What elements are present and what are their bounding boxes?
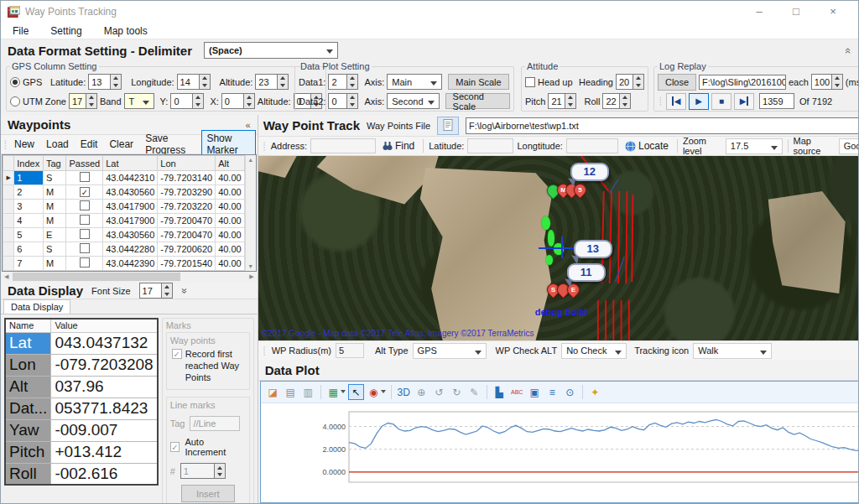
pen-icon[interactable]: ✎ (466, 384, 482, 400)
passed-checkbox[interactable]: ✓ (80, 187, 90, 197)
waypoint-bubble-11[interactable]: 11 (567, 263, 606, 282)
labels-abc-icon[interactable]: ABC (509, 384, 525, 400)
longitude-input[interactable] (566, 138, 618, 153)
tracking-icon-combobox[interactable]: Walk (693, 343, 772, 359)
print-icon[interactable]: ▥ (300, 384, 316, 400)
longitude-spinner[interactable]: 14 (177, 74, 211, 90)
magnifier-icon[interactable]: ⊙ (562, 384, 578, 400)
data-display-row[interactable]: Pitch+013.412 (5, 441, 158, 463)
toolbar-button-new[interactable]: New (10, 137, 39, 152)
passed-checkbox[interactable] (80, 229, 90, 239)
pan-icon[interactable]: ⊕ (414, 384, 430, 400)
roll-spinner[interactable]: 22 (602, 93, 631, 109)
data1-spinner[interactable]: 2 (328, 74, 358, 90)
maximize-button[interactable]: □ (778, 1, 815, 23)
tab-data-display[interactable]: Data Display (3, 299, 70, 314)
scrollbar-thumb[interactable] (13, 273, 180, 281)
latitude-input[interactable] (467, 138, 513, 153)
insert-button[interactable]: Insert (181, 485, 235, 502)
waypoints-file-path-field[interactable]: F:\log\Airborne\test\wp1.txt (466, 117, 859, 134)
latitude-spinner[interactable]: 13 (88, 74, 122, 90)
pointer-select-icon[interactable]: ↖ (348, 384, 364, 400)
zoom-window-icon[interactable]: ▣ (527, 384, 543, 400)
copy-page-icon[interactable]: ▤ (283, 384, 299, 400)
line-tag-field[interactable]: //Line (190, 416, 240, 431)
address-input[interactable] (310, 138, 376, 153)
properties-icon[interactable]: ✦ (587, 384, 603, 400)
x-spinner[interactable]: 0 (221, 93, 255, 109)
line-number-spinner[interactable]: 1 (180, 463, 226, 479)
minimize-button[interactable]: – (741, 1, 778, 23)
column-header-passed[interactable]: Passed (66, 156, 103, 171)
waypoint-row[interactable]: 4M43.0417900-79.720047040.00 (3, 214, 245, 228)
play-button[interactable]: ▶ (689, 93, 709, 110)
zone-spinner[interactable]: 17 (69, 93, 97, 109)
zoom-level-combobox[interactable]: 17.5 (726, 138, 783, 154)
legend-icon[interactable]: ≡ (544, 384, 560, 400)
head-up-checkbox[interactable] (525, 77, 535, 87)
data-plot-chart[interactable]: 4.00002.00000.0000 (309, 403, 859, 502)
collapse-up-icon[interactable]: « (842, 47, 855, 53)
toolbar-button-load[interactable]: Load (42, 137, 73, 152)
pitch-spinner[interactable]: 21 (548, 93, 576, 109)
passed-checkbox[interactable] (80, 257, 90, 268)
auto-increment-checkbox[interactable]: ✓ (170, 442, 180, 452)
collapse-left-icon[interactable]: « (246, 120, 251, 130)
frame-position-field[interactable]: 1359 (759, 93, 794, 109)
menu-setting[interactable]: Setting (50, 25, 81, 37)
toolbar-button-clear[interactable]: Clear (105, 137, 138, 152)
waypoint-row[interactable]: 7M43.0442390-79.720154040.00 (3, 257, 245, 271)
horizontal-scrollbar[interactable]: ◀▶ (3, 272, 256, 282)
skip-start-button[interactable]: ◀ (666, 93, 686, 110)
rotate-3d-icon[interactable]: 3D (396, 384, 412, 400)
passed-checkbox[interactable] (80, 200, 90, 210)
data-display-row[interactable]: Lon-079.7203208 (5, 354, 158, 376)
skip-end-button[interactable]: ▶ (734, 93, 754, 110)
column-header-lon[interactable]: Lon (158, 156, 216, 171)
data-display-row[interactable]: Lat043.0437132 (5, 332, 158, 354)
waypoint-bubble-13[interactable]: 13 (574, 240, 612, 258)
users-icon[interactable]: ◪ (265, 384, 281, 400)
axis2-combobox[interactable]: Second (387, 93, 439, 109)
interval-spinner[interactable]: 100 (811, 74, 843, 90)
map-view[interactable]: M 5 S E 12 13 11 debug build ©2017 Googl… (258, 156, 859, 340)
column-header-alt[interactable]: Alt (216, 156, 245, 171)
open-file-button[interactable] (437, 117, 459, 135)
y-spinner[interactable]: 0 (170, 93, 204, 109)
locate-button[interactable]: Locate (622, 139, 672, 153)
close-button[interactable]: × (815, 1, 851, 23)
gps-radio[interactable] (10, 77, 20, 87)
axis1-combobox[interactable]: Main (387, 74, 442, 90)
menu-file[interactable]: File (13, 25, 29, 37)
second-scale-button[interactable]: Second Scale (445, 93, 510, 109)
log-close-button[interactable]: Close (658, 74, 696, 91)
data-display-row[interactable]: Yaw-009.007 (5, 419, 158, 441)
altitude-spinner[interactable]: 23 (255, 74, 289, 90)
main-scale-button[interactable]: Main Scale (448, 74, 508, 90)
font-size-spinner[interactable]: 17 (139, 283, 173, 299)
collapse-down-icon[interactable]: « (178, 288, 190, 294)
column-header-index[interactable]: Index (14, 156, 44, 171)
rotate-cw-icon[interactable]: ↻ (449, 384, 465, 400)
log-path-field[interactable]: F:\log\Sling\20161005\ (699, 75, 786, 90)
map-source-combobox[interactable]: GoogleHybridMap (839, 138, 859, 154)
passed-checkbox[interactable] (80, 243, 90, 253)
wp-radius-field[interactable]: 5 (336, 343, 364, 358)
band-combobox[interactable]: T (124, 93, 154, 109)
passed-checkbox[interactable] (80, 172, 90, 182)
data-display-row[interactable]: Dat...053771.8423 (5, 397, 158, 419)
column-header-lat[interactable]: Lat (103, 156, 158, 171)
toolbar-button-edit[interactable]: Edit (76, 137, 102, 152)
stop-button[interactable]: ■ (711, 93, 731, 110)
wp-check-combobox[interactable]: No Check (561, 343, 627, 359)
waypoint-bubble-12[interactable]: 12 (570, 163, 609, 181)
column-header-tag[interactable]: Tag (43, 156, 66, 171)
data-display-row[interactable]: Alt037.96 (5, 376, 158, 397)
alt-type-combobox[interactable]: GPS (413, 343, 487, 359)
find-button[interactable]: Find (379, 139, 418, 153)
utm-radio[interactable] (10, 96, 20, 107)
heading-spinner[interactable]: 20 (616, 74, 644, 90)
compass-icon[interactable]: ◉ (366, 384, 382, 400)
menu-map-tools[interactable]: Map tools (104, 25, 148, 37)
bar-chart-icon[interactable]: ▙ (492, 384, 508, 400)
